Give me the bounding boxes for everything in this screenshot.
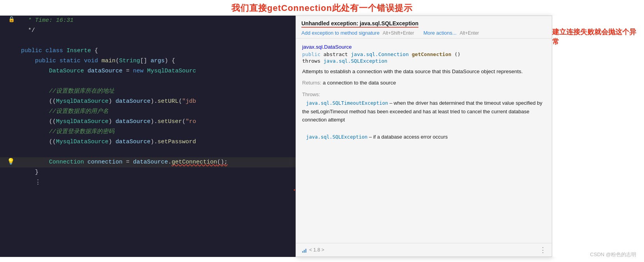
code-text-5: public static void main(String[] args) { xyxy=(19,56,296,66)
right-annotation-text: 建立连接失败就会抛这个异常 xyxy=(552,27,636,47)
code-line-9: ((MysqlDataSource) dataSource).setURL("j… xyxy=(0,97,296,107)
svg-rect-0 xyxy=(302,251,303,253)
popup-panel: Unhandled exception: java.sql.SQLExcepti… xyxy=(296,16,552,257)
code-text-3 xyxy=(19,36,296,46)
sig-abstract: abstract xyxy=(324,51,351,57)
popup-footer: < 1.8 > ⋮ xyxy=(296,243,552,257)
code-text-9: ((MysqlDataSource) dataSource).setURL("j… xyxy=(19,97,296,106)
throws-2-text: – if a database access error occurs xyxy=(369,134,448,140)
code-line-getconn: 💡 Connection connection = dataSource.get… xyxy=(0,157,296,167)
popup-body: javax.sql.DataSource public abstract jav… xyxy=(296,39,552,243)
javadoc-class: javax.sql.DataSource xyxy=(302,44,546,50)
action-row: Add exception to method signature Alt+Sh… xyxy=(301,30,546,36)
code-line-10: //设置数据库的用户名 xyxy=(0,107,296,117)
main-area: 🔒 * Time: 16:31 */ public class Inserte … xyxy=(0,16,644,257)
add-exception-shortcut: Alt+Shift+Enter xyxy=(383,30,414,36)
code-line-13: ((MysqlDataSource) dataSource).setPasswo… xyxy=(0,137,296,147)
code-line-5: public static void main(String[] args) { xyxy=(0,56,296,66)
code-text-14 xyxy=(19,148,296,157)
more-actions-link[interactable]: More actions... xyxy=(424,30,457,36)
sig-method: getConnection xyxy=(412,51,452,57)
code-line-7 xyxy=(0,76,296,86)
throws-2-link[interactable]: java.sql.SQLException xyxy=(306,134,368,140)
csdn-watermark: CSDN @粉色的志明 xyxy=(590,251,636,258)
code-text-close: } xyxy=(19,168,296,177)
version-text: < 1.8 > xyxy=(309,247,324,253)
top-annotation: 我们直接getConnection此处有一个错误提示 xyxy=(0,0,644,16)
code-text-8: //设置数据库所在的地址 xyxy=(19,87,296,96)
gutter-1: 🔒 xyxy=(0,16,19,23)
code-line-dots: ⋮ xyxy=(0,178,296,188)
sig-parens: () xyxy=(454,51,460,57)
code-text-2: */ xyxy=(19,26,296,35)
code-text-4: public class Inserte { xyxy=(19,46,296,56)
code-text-7 xyxy=(19,77,296,86)
throws-indent-2: java.sql.SQLException – if a database ac… xyxy=(306,134,448,140)
sig-return-type: java.sql.Connection xyxy=(351,51,409,57)
lightbulb-icon[interactable]: 💡 xyxy=(7,158,15,165)
code-text-10: //设置数据库的用户名 xyxy=(19,107,296,116)
code-text-13: ((MysqlDataSource) dataSource).setPasswo… xyxy=(19,137,296,147)
javadoc-description: Attempts to establish a connection with … xyxy=(302,68,546,76)
throws-section: Throws: java.sql.SQLTimeoutException – w… xyxy=(302,90,546,141)
sig-public: public xyxy=(302,51,320,57)
sig-throws-kw: throws xyxy=(302,58,324,64)
code-editor-panel: 🔒 * Time: 16:31 */ public class Inserte … xyxy=(0,16,296,257)
returns-section: Returns: a connection to the data source xyxy=(302,79,546,87)
code-line-close: } xyxy=(0,167,296,178)
more-options-button[interactable]: ⋮ xyxy=(539,246,546,254)
error-title: Unhandled exception: java.sql.SQLExcepti… xyxy=(301,20,418,28)
lock-icon: 🔒 xyxy=(8,16,15,23)
svg-rect-2 xyxy=(305,249,306,253)
gutter-getconn: 💡 xyxy=(0,158,19,165)
library-icon xyxy=(301,247,308,253)
popup-header: Unhandled exception: java.sql.SQLExcepti… xyxy=(296,16,552,39)
code-line-12: //设置登录数据库的密码 xyxy=(0,127,296,137)
sig-throws-type: java.sql.SQLException xyxy=(324,58,387,64)
error-scroll-mark xyxy=(294,189,295,191)
code-text-11: ((MysqlDataSource) dataSource).setUser("… xyxy=(19,117,296,127)
code-text-1: * Time: 16:31 xyxy=(19,16,296,25)
returns-value: a connection to the data source xyxy=(323,80,396,86)
throws-1-link[interactable]: java.sql.SQLTimeoutException xyxy=(306,100,388,106)
returns-label: Returns: xyxy=(302,80,321,86)
code-text-getconn: Connection connection = dataSource.getCo… xyxy=(19,158,296,167)
throws-label: Throws: xyxy=(302,91,320,97)
code-text-6: DataSource dataSource = new MysqlDataSou… xyxy=(19,67,296,76)
code-line-8: //设置数据库所在的地址 xyxy=(0,86,296,97)
footer-version: < 1.8 > xyxy=(301,247,324,253)
code-line-14 xyxy=(0,147,296,157)
javadoc-sig-2: throws java.sql.SQLException xyxy=(302,58,546,64)
code-line-1: 🔒 * Time: 16:31 xyxy=(0,16,296,26)
code-text-12: //设置登录数据库的密码 xyxy=(19,127,296,137)
code-text-dots: ⋮ xyxy=(19,178,296,187)
add-exception-link[interactable]: Add exception to method signature xyxy=(301,30,380,36)
right-annotation-area: 建立连接失败就会抛这个异常 xyxy=(552,16,644,257)
code-line-2: */ xyxy=(0,26,296,36)
code-line-3 xyxy=(0,36,296,46)
throws-indent-1: java.sql.SQLTimeoutException – when the … xyxy=(302,100,542,123)
code-line-4: public class Inserte { xyxy=(0,46,296,56)
svg-rect-1 xyxy=(304,250,305,253)
code-line-11: ((MysqlDataSource) dataSource).setUser("… xyxy=(0,117,296,127)
more-actions-shortcut: Alt+Enter xyxy=(460,30,479,36)
code-line-6: DataSource dataSource = new MysqlDataSou… xyxy=(0,66,296,76)
javadoc-sig-1: public abstract java.sql.Connection getC… xyxy=(302,51,546,57)
